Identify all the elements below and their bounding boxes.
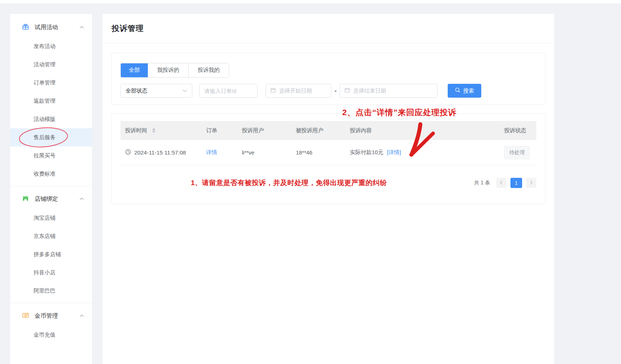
sidebar-group-coin-management[interactable]: 金币管理 — [10, 306, 92, 326]
chevron-up-icon — [80, 197, 84, 200]
sidebar-item-jd-shop[interactable]: 京东店铺 — [10, 227, 92, 245]
filter-card: 全部 我投诉的 投诉我的 全部状态 — [111, 53, 545, 105]
sidebar: 试用活动 发布活动 活动管理 订单管理 返款管理 活动模版 售后服务 拉黑买号 … — [10, 14, 92, 364]
annotation-step2: 2、点击“详情”来回应处理投诉 — [342, 107, 456, 118]
table-header-row: 投诉时间 订单 投诉用户 被投诉用户 投诉内容 投诉状态 — [120, 121, 536, 140]
prev-page-button[interactable] — [496, 178, 506, 188]
complaint-time: 2024-11-15 11:57:08 — [134, 149, 186, 156]
tab-complaints-against-me[interactable]: 投诉我的 — [188, 63, 229, 77]
start-date-placeholder: 选择开始日期 — [279, 87, 312, 94]
chevron-up-icon — [80, 26, 84, 29]
column-label: 投诉时间 — [125, 127, 147, 134]
annotation-step1: 1、请留意是否有被投诉，并及时处理，免得出现更严重的纠纷 — [191, 178, 387, 188]
table-row: 2024-11-15 11:57:08 详情 li**ve 18**46 实际付… — [120, 140, 536, 165]
chevron-right-icon — [530, 180, 533, 186]
end-date-placeholder: 选择结束日期 — [353, 87, 386, 94]
date-range-separator: - — [335, 87, 336, 94]
order-detail-link[interactable]: 详情 — [206, 149, 217, 155]
top-bar — [0, 0, 621, 3]
column-order: 订单 — [206, 127, 242, 134]
content-detail-link[interactable]: [详情] — [387, 149, 401, 155]
page-title: 投诉管理 — [112, 23, 144, 34]
sidebar-divider — [10, 303, 92, 303]
clock-icon — [125, 149, 131, 156]
search-button[interactable]: 搜索 — [448, 84, 481, 98]
cell-complainant: li**ve — [242, 149, 296, 156]
sidebar-item-activity-template[interactable]: 活动模版 — [10, 110, 92, 128]
page-number-button[interactable]: 1 — [510, 178, 522, 188]
calendar-icon — [270, 87, 276, 94]
main-panel: 投诉管理 全部 我投诉的 投诉我的 全部状态 — [103, 14, 554, 364]
pagination: 共 1 条 1 — [474, 178, 536, 188]
search-icon — [455, 87, 460, 94]
end-date-picker[interactable]: 选择结束日期 — [340, 84, 437, 98]
search-button-label: 搜索 — [463, 87, 474, 94]
complaint-content: 实际付款10元 — [350, 149, 383, 155]
cell-complaint-time: 2024-11-15 11:57:08 — [120, 149, 206, 156]
order-id-input[interactable] — [204, 88, 252, 94]
sidebar-item-coin-recharge[interactable]: 金币充值 — [10, 326, 92, 344]
sidebar-item-publish-activity[interactable]: 发布活动 — [10, 37, 92, 55]
sidebar-item-fee-standard[interactable]: 收费标准 — [10, 165, 92, 183]
sidebar-group-trial-activities[interactable]: 试用活动 — [10, 17, 92, 37]
sidebar-item-blacklist-buyers[interactable]: 拉黑买号 — [10, 146, 92, 165]
sidebar-item-douyin-shop[interactable]: 抖音小店 — [10, 263, 92, 282]
status-badge: 待处理 — [504, 146, 530, 159]
complaint-table-card: 投诉时间 订单 投诉用户 被投诉用户 投诉内容 投诉状态 2024-11-15 … — [111, 113, 545, 204]
column-content: 投诉内容 — [350, 127, 504, 134]
cell-content: 实际付款10元 [详情] — [350, 149, 504, 156]
shop-icon — [22, 195, 29, 203]
filter-row: 全部状态 选择开始日期 - — [120, 84, 536, 98]
sidebar-group-shop-binding[interactable]: 店铺绑定 — [10, 189, 92, 209]
tab-my-complaints[interactable]: 我投诉的 — [148, 63, 188, 77]
sidebar-item-order-management[interactable]: 订单管理 — [10, 74, 92, 92]
sidebar-group-label: 试用活动 — [35, 24, 58, 31]
column-respondent: 被投诉用户 — [296, 127, 350, 134]
sidebar-item-after-sales-service[interactable]: 售后服务 — [10, 128, 92, 146]
sidebar-item-taobao-shop[interactable]: 淘宝店铺 — [10, 209, 92, 227]
column-status: 投诉状态 — [504, 127, 536, 134]
sidebar-group-label: 店铺绑定 — [35, 195, 58, 203]
chevron-left-icon — [500, 180, 503, 186]
table-footer: 1、请留意是否有被投诉，并及时处理，免得出现更严重的纠纷 共 1 条 1 — [120, 178, 536, 188]
tab-group: 全部 我投诉的 投诉我的 — [120, 63, 229, 78]
next-page-button[interactable] — [526, 178, 536, 188]
sidebar-divider — [10, 186, 92, 186]
gift-icon — [22, 23, 29, 32]
cell-respondent: 18**46 — [296, 149, 350, 156]
sidebar-item-activity-management[interactable]: 活动管理 — [10, 55, 92, 74]
sidebar-item-refund-management[interactable]: 返款管理 — [10, 92, 92, 110]
sidebar-group-label: 金币管理 — [35, 312, 58, 320]
tab-all[interactable]: 全部 — [121, 63, 148, 77]
order-id-field[interactable] — [199, 84, 258, 98]
pagination-total: 共 1 条 — [474, 180, 490, 186]
sidebar-item-alibaba[interactable]: 阿里巴巴 — [10, 282, 92, 300]
sort-icon[interactable] — [152, 128, 155, 133]
start-date-picker[interactable]: 选择开始日期 — [266, 84, 331, 98]
status-select-value: 全部状态 — [126, 87, 147, 94]
calendar-icon — [344, 87, 350, 94]
column-complaint-time: 投诉时间 — [120, 127, 206, 134]
main-header: 投诉管理 — [103, 14, 554, 43]
chevron-up-icon — [80, 314, 84, 317]
chevron-down-icon — [182, 89, 187, 92]
coin-icon — [22, 312, 29, 320]
sidebar-item-pdd-shop[interactable]: 拼多多店铺 — [10, 245, 92, 263]
status-select[interactable]: 全部状态 — [120, 84, 192, 98]
column-complainant: 投诉用户 — [242, 127, 296, 134]
